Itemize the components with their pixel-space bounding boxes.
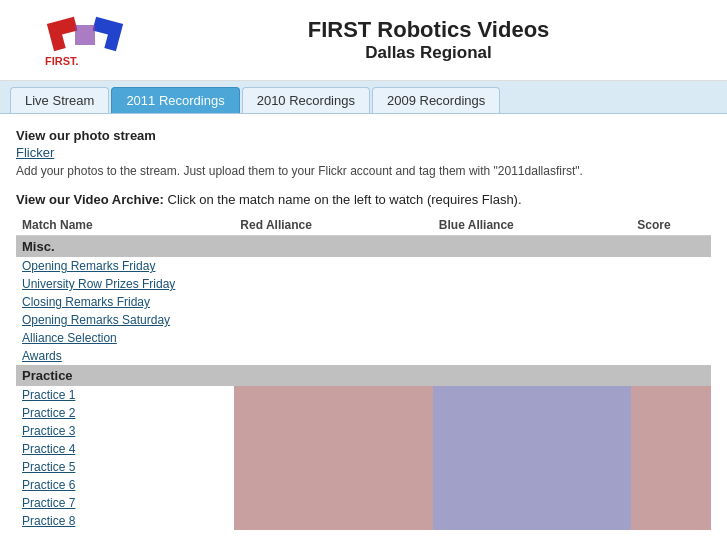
blue-alliance-cell bbox=[433, 404, 632, 422]
table-row: Practice 2 bbox=[16, 404, 711, 422]
blue-alliance-cell bbox=[433, 293, 632, 311]
score-cell bbox=[631, 512, 711, 530]
page-title: FIRST Robotics Videos bbox=[150, 17, 707, 43]
match-link[interactable]: University Row Prizes Friday bbox=[22, 277, 175, 291]
table-row: University Row Prizes Friday bbox=[16, 275, 711, 293]
tabs-bar: Live Stream 2011 Recordings 2010 Recordi… bbox=[0, 81, 727, 114]
svg-marker-2 bbox=[75, 25, 95, 45]
score-cell bbox=[631, 257, 711, 275]
match-link[interactable]: Practice 3 bbox=[22, 424, 75, 438]
table-section-header: Misc. bbox=[16, 236, 711, 258]
score-cell bbox=[631, 440, 711, 458]
blue-alliance-cell bbox=[433, 275, 632, 293]
table-row: Alliance Selection bbox=[16, 329, 711, 347]
match-name-cell: Practice 1 bbox=[16, 386, 234, 404]
photo-section: View our photo stream Flicker Add your p… bbox=[16, 128, 711, 178]
title-area: FIRST Robotics Videos Dallas Regional bbox=[150, 17, 707, 63]
score-cell bbox=[631, 494, 711, 512]
score-cell bbox=[631, 347, 711, 365]
score-cell bbox=[631, 476, 711, 494]
blue-alliance-cell bbox=[433, 440, 632, 458]
table-row: Practice 1 bbox=[16, 386, 711, 404]
red-alliance-cell bbox=[234, 386, 433, 404]
svg-text:FIRST.: FIRST. bbox=[45, 55, 79, 67]
match-name-cell: Closing Remarks Friday bbox=[16, 293, 234, 311]
tab-2010-recordings[interactable]: 2010 Recordings bbox=[242, 87, 370, 113]
match-name-cell: Practice 5 bbox=[16, 458, 234, 476]
page-subtitle: Dallas Regional bbox=[150, 43, 707, 63]
blue-alliance-cell bbox=[433, 512, 632, 530]
blue-alliance-cell bbox=[433, 422, 632, 440]
blue-alliance-cell bbox=[433, 476, 632, 494]
blue-alliance-cell bbox=[433, 329, 632, 347]
blue-alliance-cell bbox=[433, 311, 632, 329]
match-name-cell: Practice 3 bbox=[16, 422, 234, 440]
flickr-link[interactable]: Flicker bbox=[16, 145, 54, 160]
blue-alliance-cell bbox=[433, 458, 632, 476]
red-alliance-cell bbox=[234, 275, 433, 293]
match-link[interactable]: Practice 4 bbox=[22, 442, 75, 456]
main-content: View our photo stream Flicker Add your p… bbox=[0, 114, 727, 544]
tab-live-stream[interactable]: Live Stream bbox=[10, 87, 109, 113]
col-header-red: Red Alliance bbox=[234, 215, 433, 236]
red-alliance-cell bbox=[234, 422, 433, 440]
red-alliance-cell bbox=[234, 404, 433, 422]
table-header-row: Match Name Red Alliance Blue Alliance Sc… bbox=[16, 215, 711, 236]
match-name-cell: Opening Remarks Saturday bbox=[16, 311, 234, 329]
table-row: Practice 4 bbox=[16, 440, 711, 458]
match-link[interactable]: Opening Remarks Saturday bbox=[22, 313, 170, 327]
table-section-header: Practice bbox=[16, 365, 711, 386]
table-row: Closing Remarks Friday bbox=[16, 293, 711, 311]
match-name-cell: Practice 2 bbox=[16, 404, 234, 422]
first-logo-icon: FIRST. bbox=[40, 10, 130, 70]
red-alliance-cell bbox=[234, 476, 433, 494]
tab-2011-recordings[interactable]: 2011 Recordings bbox=[111, 87, 239, 113]
video-table: Match Name Red Alliance Blue Alliance Sc… bbox=[16, 215, 711, 530]
red-alliance-cell bbox=[234, 329, 433, 347]
score-cell bbox=[631, 422, 711, 440]
col-header-blue: Blue Alliance bbox=[433, 215, 632, 236]
match-link[interactable]: Practice 6 bbox=[22, 478, 75, 492]
red-alliance-cell bbox=[234, 440, 433, 458]
photo-heading: View our photo stream bbox=[16, 128, 711, 143]
match-link[interactable]: Closing Remarks Friday bbox=[22, 295, 150, 309]
score-cell bbox=[631, 458, 711, 476]
match-link[interactable]: Practice 1 bbox=[22, 388, 75, 402]
table-row: Practice 3 bbox=[16, 422, 711, 440]
match-link[interactable]: Practice 7 bbox=[22, 496, 75, 510]
red-alliance-cell bbox=[234, 347, 433, 365]
header: FIRST. FIRST Robotics Videos Dallas Regi… bbox=[0, 0, 727, 81]
score-cell bbox=[631, 293, 711, 311]
red-alliance-cell bbox=[234, 293, 433, 311]
col-header-score: Score bbox=[631, 215, 711, 236]
video-archive-label: View our Video Archive: Click on the mat… bbox=[16, 192, 711, 207]
match-link[interactable]: Practice 8 bbox=[22, 514, 75, 528]
tab-2009-recordings[interactable]: 2009 Recordings bbox=[372, 87, 500, 113]
match-name-cell: University Row Prizes Friday bbox=[16, 275, 234, 293]
match-link[interactable]: Practice 5 bbox=[22, 460, 75, 474]
match-name-cell: Practice 4 bbox=[16, 440, 234, 458]
blue-alliance-cell bbox=[433, 494, 632, 512]
red-alliance-cell bbox=[234, 311, 433, 329]
table-row: Opening Remarks Saturday bbox=[16, 311, 711, 329]
video-archive-desc: Click on the match name on the left to w… bbox=[168, 192, 522, 207]
table-row: Practice 8 bbox=[16, 512, 711, 530]
table-row: Practice 6 bbox=[16, 476, 711, 494]
col-header-match: Match Name bbox=[16, 215, 234, 236]
blue-alliance-cell bbox=[433, 257, 632, 275]
video-archive-heading: View our Video Archive: bbox=[16, 192, 164, 207]
table-row: Awards bbox=[16, 347, 711, 365]
red-alliance-cell bbox=[234, 494, 433, 512]
match-link[interactable]: Alliance Selection bbox=[22, 331, 117, 345]
red-alliance-cell bbox=[234, 458, 433, 476]
match-name-cell: Practice 7 bbox=[16, 494, 234, 512]
score-cell bbox=[631, 311, 711, 329]
blue-alliance-cell bbox=[433, 386, 632, 404]
match-link[interactable]: Opening Remarks Friday bbox=[22, 259, 155, 273]
table-row: Opening Remarks Friday bbox=[16, 257, 711, 275]
match-link[interactable]: Practice 2 bbox=[22, 406, 75, 420]
match-link[interactable]: Awards bbox=[22, 349, 62, 363]
red-alliance-cell bbox=[234, 512, 433, 530]
logo-area: FIRST. bbox=[20, 10, 150, 70]
score-cell bbox=[631, 275, 711, 293]
